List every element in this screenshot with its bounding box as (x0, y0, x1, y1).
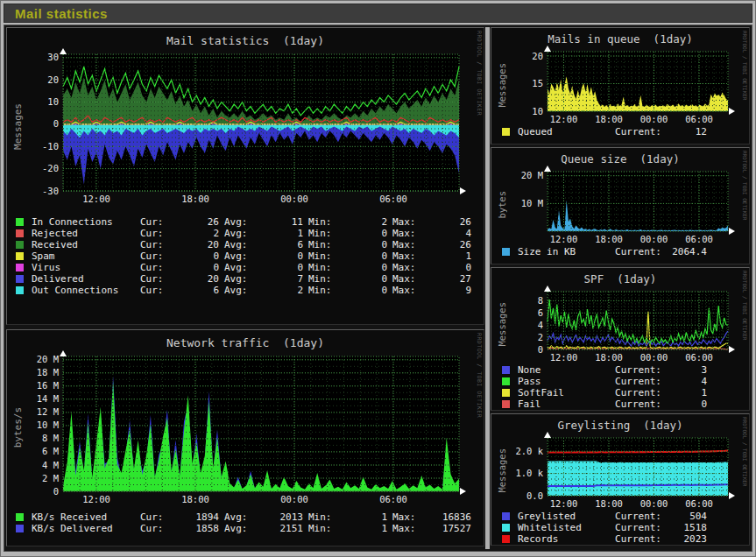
mails-in-queue-chart: 20151012:0018:0000:0006:00 (511, 45, 740, 125)
svg-text:06:00: 06:00 (685, 234, 713, 244)
svg-text:30: 30 (47, 52, 59, 62)
legend-stat-label: Max: (392, 228, 427, 239)
legend-stat-value: 27 (427, 273, 471, 285)
legend-series-name: Rejected (32, 228, 140, 239)
spf-legend: NoneCurrent:3PassCurrent:4SoftFailCurren… (502, 364, 707, 410)
chart-body: Messages 2.0 k1.0 k0.012:0018:0000:0006:… (491, 431, 749, 510)
legend-stat-label: Max: (392, 285, 427, 296)
svg-text:0.0: 0.0 (526, 490, 543, 501)
legend-series-name: Received (32, 239, 140, 250)
network-traffic-chart: 20 M18 M16 M14 M12 M10 M8 M6 M4 M2 M012:… (28, 349, 471, 505)
svg-text:00:00: 00:00 (280, 494, 308, 504)
legend-color-swatch (16, 229, 24, 237)
legend-row: WhitelistedCurrent:1518 (502, 522, 707, 533)
rrdtool-credit: RRDTOOL / TOBI OETIKER (476, 31, 483, 116)
legend-stat-value: 6 (175, 285, 219, 296)
legend-color-swatch (502, 248, 510, 256)
legend-current-value: 2023 (661, 533, 707, 545)
legend-stat-label: Min: (308, 216, 343, 228)
legend-stat-label: Min: (308, 273, 343, 285)
svg-text:00:00: 00:00 (280, 194, 308, 204)
legend-stat-value: 0 (427, 262, 471, 273)
legend-color-swatch (502, 389, 510, 397)
legend-stat-value: 1 (427, 250, 471, 262)
svg-text:4: 4 (538, 320, 543, 330)
legend-stat-label: Cur: (140, 216, 175, 228)
legend-stat-label: Avg: (224, 285, 259, 296)
greylisting-chart: 2.0 k1.0 k0.012:0018:0000:0006:00 (511, 431, 740, 510)
svg-text:20: 20 (532, 51, 543, 61)
y-axis-label: Messages (497, 302, 511, 347)
legend-stat-value: 0 (259, 262, 303, 273)
legend-stat-label: Avg: (224, 216, 259, 228)
legend-current-value: 1518 (661, 522, 707, 533)
network-traffic-legend: KB/s ReceivedCur:1894Avg:2013Min:1Max:16… (16, 511, 484, 534)
legend-series-name: In Connections (32, 216, 140, 228)
svg-text:0: 0 (538, 344, 543, 355)
legend-row: KB/s DeliveredCur:1858Avg:2151Min:1Max:1… (16, 523, 484, 534)
legend-stat-value: 17527 (427, 523, 471, 534)
svg-text:4 M: 4 M (42, 460, 59, 470)
legend-current-value: 12 (661, 126, 707, 137)
window-titlebar[interactable]: Mail statistics (4, 4, 752, 23)
svg-text:10 M: 10 M (521, 198, 543, 208)
legend-row: Size in KBCurrent:2064.4 (502, 246, 707, 257)
legend-current-label: Current: (615, 522, 661, 533)
svg-text:06:00: 06:00 (685, 352, 713, 363)
svg-text:16 M: 16 M (37, 380, 59, 391)
chart-body: Messages 20151012:0018:0000:0006:00 (491, 45, 749, 125)
svg-text:8: 8 (538, 295, 543, 306)
legend-current-label: Current: (615, 387, 661, 398)
legend-series-name: KB/s Received (32, 511, 140, 523)
legend-current-label: Current: (615, 533, 661, 545)
mail-statistics-chart: 3020100-10-20-3012:0018:0000:0006:00 (28, 47, 471, 205)
column-divider (485, 27, 490, 549)
y-axis-label: bytes/s (12, 407, 28, 448)
legend-stat-value: 0 (175, 250, 219, 262)
legend-row: ReceivedCur:20Avg:6Min:0Max:26 (16, 239, 484, 250)
svg-text:12:00: 12:00 (550, 498, 578, 509)
y-axis-label: bytes (497, 191, 511, 219)
legend-stat-label: Min: (308, 523, 343, 534)
legend-stat-label: Max: (392, 511, 427, 523)
legend-stat-value: 26 (175, 216, 219, 228)
legend-row: RejectedCur:2Avg:1Min:0Max:4 (16, 228, 484, 239)
legend-current-label: Current: (615, 126, 661, 137)
legend-row: QueuedCurrent:12 (502, 126, 707, 137)
svg-text:06:00: 06:00 (685, 114, 713, 124)
legend-row: PassCurrent:4 (502, 376, 707, 387)
legend-color-swatch (502, 377, 510, 385)
y-axis-label: Messages (12, 103, 28, 150)
legend-series-name: Greylisted (518, 511, 576, 522)
panel-greylisting: RRDTOOL / TOBI OETIKER Greylisting (1day… (491, 413, 750, 546)
svg-text:2: 2 (538, 332, 543, 342)
legend-stat-value: 1858 (175, 523, 219, 534)
svg-text:12:00: 12:00 (550, 234, 578, 244)
left-column: RRDTOOL / TOBI OETIKER Mail statistics (… (6, 27, 484, 549)
legend-stat-value: 0 (259, 250, 303, 262)
legend-stat-label: Avg: (224, 262, 259, 273)
svg-text:20 M: 20 M (521, 170, 543, 180)
svg-text:00:00: 00:00 (640, 498, 668, 509)
legend-current-value: 0 (661, 398, 707, 410)
legend-current-value: 504 (661, 511, 707, 522)
legend-current-value: 3 (661, 364, 707, 376)
legend-color-swatch (16, 525, 24, 532)
legend-stat-label: Min: (308, 239, 343, 250)
legend-stat-value: 4 (427, 228, 471, 239)
svg-text:0: 0 (53, 486, 59, 497)
legend-stat-label: Min: (308, 228, 343, 239)
legend-stat-label: Min: (308, 511, 343, 523)
legend-stat-value: 6 (259, 239, 303, 250)
panel-mail-statistics: RRDTOOL / TOBI OETIKER Mail statistics (… (6, 27, 484, 325)
svg-text:15: 15 (532, 78, 543, 88)
legend-stat-label: Max: (392, 523, 427, 534)
right-column: RRDTOOL / TOBI OETIKER Mails in queue (1… (491, 27, 750, 549)
legend-stat-value: 11 (259, 216, 303, 228)
legend-series-name: SoftFail (518, 387, 564, 398)
legend-stat-value: 2 (259, 285, 303, 296)
svg-text:00:00: 00:00 (640, 234, 668, 244)
legend-row: KB/s ReceivedCur:1894Avg:2013Min:1Max:16… (16, 511, 484, 523)
legend-stat-value: 26 (427, 216, 471, 228)
svg-text:10: 10 (47, 96, 59, 107)
